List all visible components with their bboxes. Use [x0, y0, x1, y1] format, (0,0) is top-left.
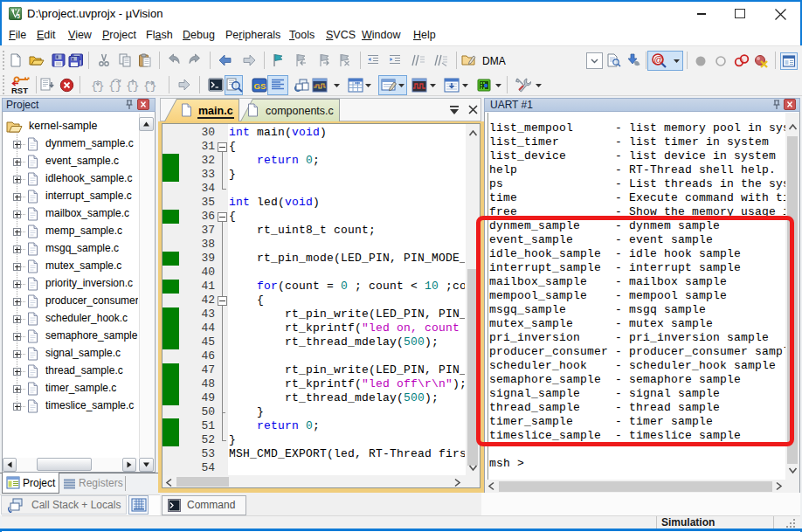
svg-text:GS: GS	[254, 81, 266, 91]
svg-text:RST: RST	[11, 86, 28, 95]
svg-text:{}: {}	[143, 79, 157, 92]
svg-text:5: 5	[17, 13, 20, 19]
